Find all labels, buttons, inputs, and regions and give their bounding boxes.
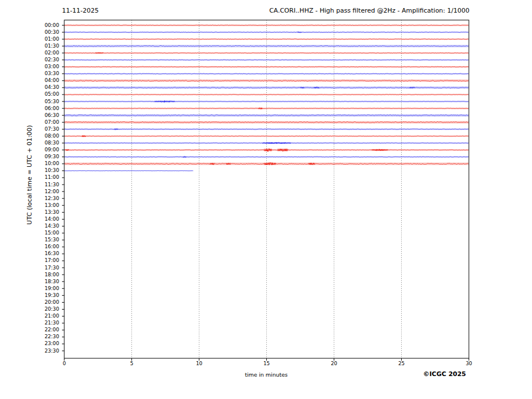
y-tick-label: 12:30 — [0, 196, 59, 201]
x-tick-label: 5 — [121, 361, 143, 366]
y-tick-label: 19:00 — [0, 286, 59, 291]
y-tick-label: 05:30 — [0, 99, 59, 104]
y-tick-label: 06:00 — [0, 106, 59, 111]
y-tick-label: 06:30 — [0, 113, 59, 118]
y-tick-label: 11:30 — [0, 182, 59, 187]
y-tick-label: 10:30 — [0, 168, 59, 173]
y-tick-label: 18:30 — [0, 279, 59, 284]
y-tick-label: 15:00 — [0, 230, 59, 236]
y-tick-label: 04:00 — [0, 78, 59, 83]
plot-frame — [64, 20, 469, 358]
y-tick-label: 20:00 — [0, 300, 59, 305]
y-tick-label: 14:30 — [0, 224, 59, 229]
y-tick-label: 13:30 — [0, 210, 59, 215]
y-tick-label: 11:00 — [0, 175, 59, 180]
copyright: ©ICGC 2025 — [423, 370, 466, 378]
y-tick-label: 16:00 — [0, 244, 59, 249]
y-tick-label: 01:00 — [0, 37, 59, 42]
y-tick-label: 10:00 — [0, 161, 59, 166]
y-tick-label: 21:00 — [0, 314, 59, 319]
y-tick-label: 20:30 — [0, 307, 59, 312]
helicorder-page: 11-11-2025 CA.CORI..HHZ - High pass filt… — [0, 0, 532, 399]
y-tick-label: 21:30 — [0, 320, 59, 326]
y-tick-label: 07:30 — [0, 127, 59, 132]
x-tick-label: 15 — [255, 361, 278, 366]
y-tick-label: 17:30 — [0, 265, 59, 271]
y-tick-label: 22:00 — [0, 327, 59, 332]
y-tick-label: 03:30 — [0, 71, 59, 76]
y-tick-label: 18:00 — [0, 272, 59, 277]
y-tick-label: 01:30 — [0, 44, 59, 49]
y-tick-label: 08:30 — [0, 140, 59, 146]
x-axis-label: time in minutes — [192, 371, 341, 378]
y-tick-label: 00:00 — [0, 23, 59, 28]
x-tick-label: 10 — [188, 361, 211, 366]
y-tick-label: 02:30 — [0, 57, 59, 62]
y-tick-label: 22:30 — [0, 334, 59, 339]
y-tick-label: 19:30 — [0, 293, 59, 298]
y-tick-label: 04:30 — [0, 85, 59, 90]
y-tick-label: 23:00 — [0, 341, 59, 346]
y-tick-label: 09:30 — [0, 154, 59, 159]
y-tick-label: 23:30 — [0, 349, 59, 354]
y-tick-label: 07:00 — [0, 120, 59, 125]
y-tick-label: 05:00 — [0, 92, 59, 97]
helicorder-plot — [0, 0, 532, 399]
x-tick-label: 0 — [53, 361, 76, 366]
x-tick-label: 20 — [323, 361, 345, 366]
y-tick-label: 08:00 — [0, 134, 59, 139]
y-tick-label: 00:30 — [0, 30, 59, 35]
y-tick-label: 03:00 — [0, 64, 59, 69]
y-tick-label: 13:00 — [0, 203, 59, 208]
y-tick-label: 15:30 — [0, 237, 59, 242]
x-tick-label: 30 — [457, 361, 480, 366]
y-tick-label: 17:00 — [0, 258, 59, 263]
y-tick-label: 02:00 — [0, 50, 59, 56]
y-tick-label: 14:00 — [0, 217, 59, 222]
y-tick-label: 12:00 — [0, 189, 59, 194]
x-tick-label: 25 — [390, 361, 413, 366]
y-tick-label: 16:30 — [0, 251, 59, 256]
y-tick-label: 09:00 — [0, 147, 59, 152]
